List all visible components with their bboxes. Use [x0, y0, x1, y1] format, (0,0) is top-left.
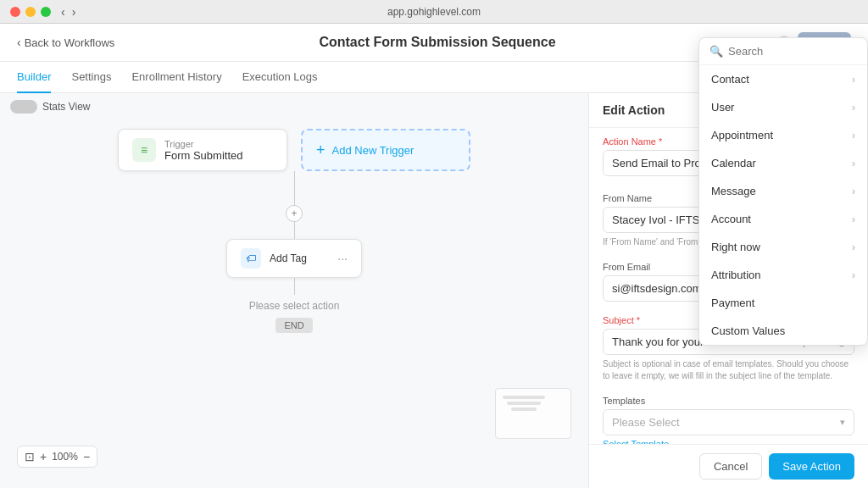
action-menu-icon[interactable]: ···	[337, 252, 348, 265]
dropdown-item[interactable]: Right now›	[699, 233, 867, 261]
zoom-out-button[interactable]: −	[83, 450, 90, 463]
dropdown-item[interactable]: Appointment›	[699, 121, 867, 149]
dropdown-item[interactable]: Custom Values	[699, 317, 867, 345]
minimize-button[interactable]	[25, 7, 36, 17]
back-arrow-icon: ‹	[17, 36, 21, 49]
search-icon: 🔍	[709, 45, 723, 58]
workflow-title: Contact Form Submission Sequence	[128, 35, 746, 50]
dropdown-search-input[interactable]	[728, 45, 857, 58]
save-action-button[interactable]: Save Action	[769, 453, 854, 480]
trigger-section: ≡ Trigger Form Submitted + Add New Trigg…	[82, 129, 506, 333]
trigger-text-group: Trigger Form Submitted	[164, 139, 242, 162]
minimap	[495, 388, 571, 439]
trigger-sublabel: Form Submitted	[164, 149, 242, 162]
add-trigger-node[interactable]: + Add New Trigger	[301, 129, 470, 171]
dropdown-search-bar: 🔍	[699, 38, 867, 65]
forward-nav-button[interactable]: ›	[72, 5, 76, 19]
chevron-down-icon: ▾	[840, 417, 845, 428]
trigger-row: ≡ Trigger Form Submitted + Add New Trigg…	[118, 129, 470, 171]
templates-placeholder: Please Select	[612, 416, 680, 429]
add-tag-label: Add Tag	[270, 252, 307, 264]
dropdown-item[interactable]: Contact›	[699, 65, 867, 93]
connector-plus-1[interactable]: +	[286, 205, 303, 222]
dropdown-items-list: Contact›User›Appointment›Calendar›Messag…	[699, 65, 867, 345]
add-trigger-label: Add New Trigger	[332, 144, 415, 157]
connector-line-2	[294, 222, 295, 239]
dropdown-item[interactable]: User›	[699, 93, 867, 121]
select-action-text: Please select action	[249, 300, 340, 312]
dropdown-item[interactable]: Calendar›	[699, 149, 867, 177]
traffic-lights	[10, 7, 51, 17]
fit-view-button[interactable]: ⊡	[25, 450, 35, 463]
tab-execution-logs[interactable]: Execution Logs	[242, 62, 318, 93]
cancel-button[interactable]: Cancel	[699, 453, 762, 480]
stats-view-label: Stats View	[42, 101, 90, 113]
templates-select[interactable]: Please Select ▾	[603, 409, 854, 435]
connector-line-3	[294, 278, 295, 295]
workflow-canvas: ≡ Trigger Form Submitted + Add New Trigg…	[0, 120, 588, 481]
back-to-workflows-link[interactable]: ‹ Back to Workflows	[17, 36, 114, 49]
end-node: END	[275, 318, 312, 333]
templates-group: Templates Please Select ▾ Select Templat…	[589, 391, 868, 444]
back-nav-button[interactable]: ‹	[61, 5, 65, 19]
dropdown-overlay: 🔍 Contact›User›Appointment›Calendar›Mess…	[698, 37, 868, 346]
nav-buttons: ‹ ›	[61, 5, 75, 19]
subject-hint: Subject is optional in case of email tem…	[603, 358, 854, 382]
panel-footer: Cancel Save Action	[589, 444, 868, 488]
tab-enrollment-history[interactable]: Enrollment History	[131, 62, 221, 93]
end-wrapper: END	[275, 317, 312, 333]
add-trigger-plus-icon: +	[316, 141, 326, 159]
zoom-in-button[interactable]: +	[40, 450, 47, 463]
maximize-button[interactable]	[41, 7, 51, 17]
close-button[interactable]	[10, 7, 20, 17]
trigger-node[interactable]: ≡ Trigger Form Submitted	[118, 129, 287, 171]
canvas-toolbar: Stats View	[0, 93, 588, 120]
add-tag-node[interactable]: 🏷 Add Tag ···	[226, 239, 362, 278]
title-bar: ‹ › app.gohighlevel.com	[0, 0, 868, 24]
templates-label: Templates	[603, 396, 854, 406]
stats-toggle: Stats View	[10, 100, 90, 114]
add-tag-icon: 🏷	[241, 248, 261, 269]
dropdown-item[interactable]: Message›	[699, 177, 867, 205]
connector-line-1	[294, 171, 295, 205]
zoom-controls: ⊡ + 100% −	[17, 446, 97, 468]
trigger-label: Trigger	[164, 139, 242, 149]
stats-view-toggle[interactable]	[10, 100, 37, 114]
trigger-icon: ≡	[132, 138, 156, 162]
tab-settings[interactable]: Settings	[71, 62, 111, 93]
dropdown-item[interactable]: Attribution›	[699, 261, 867, 289]
url-bar: app.gohighlevel.com	[387, 6, 481, 18]
dropdown-item[interactable]: Payment	[699, 289, 867, 317]
tab-builder[interactable]: Builder	[17, 62, 51, 93]
dropdown-item[interactable]: Account›	[699, 205, 867, 233]
canvas-area: Stats View ≡ Trigger Form Submitted	[0, 93, 588, 488]
zoom-level: 100%	[52, 451, 78, 463]
